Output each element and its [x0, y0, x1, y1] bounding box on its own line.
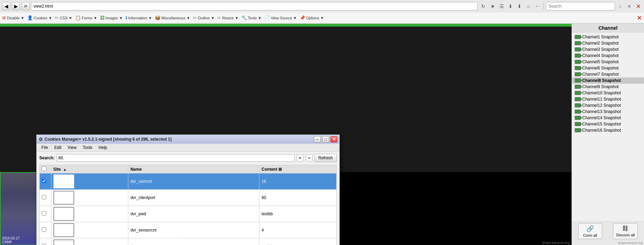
browser-icons: ★ ☰ ⬇ ⬇ ⌂ ←	[489, 2, 541, 10]
forms-button[interactable]: 📋 Forms ▼	[75, 15, 97, 20]
viewsource-button[interactable]: 📄 View Source ▼	[264, 15, 297, 20]
dialog-menu-view[interactable]: View	[65, 144, 79, 151]
refresh-button[interactable]: Refresh	[315, 154, 337, 162]
camera-cell-6[interactable]: CAM6 . 2016-02-17 18:29:38 Ueb	[143, 25, 286, 27]
search-input[interactable]	[57, 154, 295, 162]
table-row[interactable]: dvr_camcnt 16	[40, 173, 337, 190]
channel-item-13[interactable]: Channel13 Snapshot	[572, 109, 644, 115]
dialog-maximize-button[interactable]: □	[322, 136, 329, 142]
channel-label-6: Channel6 Snapshot	[582, 66, 618, 70]
cookie-table: Site ▲ Name Content ⊞ dvr_camcnt 16 dvr_…	[39, 165, 337, 245]
channel-item-5[interactable]: Channel5 Snapshot	[572, 59, 644, 65]
browser-right-icons: ↕ ≡ ✕	[616, 2, 642, 10]
dialog-close-button[interactable]: ✕	[330, 136, 337, 142]
camera-cell-5[interactable]: 2016-02-17 18:30:50 UebCAM5	[0, 25, 143, 27]
camera-cell-8[interactable]: CAM8 2016-02-17 18:29:34 Ueb	[429, 25, 572, 27]
forward-button[interactable]: ▶	[12, 2, 20, 10]
images-button[interactable]: 🖼 Images ▼	[100, 15, 123, 20]
channel-item-12[interactable]: Channel12 Snapshot	[572, 102, 644, 109]
search-minus-button[interactable]: −	[306, 154, 313, 161]
channel-item-14[interactable]: Channel14 Snapshot	[572, 115, 644, 121]
channel-item-4[interactable]: Channel4 Snapshot	[572, 53, 644, 59]
pocket-icon[interactable]: ⬇	[507, 2, 514, 10]
close-icon[interactable]: ✕	[634, 2, 642, 10]
dev-close-icon[interactable]: ✕	[637, 14, 642, 22]
dialog-minimize-button[interactable]: ─	[314, 136, 321, 142]
channel-item-2[interactable]: Channel2 Snapshot	[572, 40, 644, 46]
row-3-content: 4	[259, 222, 337, 238]
conn-all-button[interactable]: 🔗 Conn all	[578, 223, 602, 239]
css-button[interactable]: ✏ CSS ▼	[55, 15, 72, 20]
home-button[interactable]: ⟳	[21, 2, 30, 10]
channel-item-11[interactable]: Channel11 Snapshot	[572, 96, 644, 102]
bookmark-icon[interactable]: ★	[489, 2, 496, 10]
disable-button[interactable]: ⊘ Disable ▼	[2, 15, 24, 20]
browser-search-input[interactable]	[546, 2, 615, 10]
camera-cell-7[interactable]: CAM7 2016-02-17 18:31:27 Ueb...	[286, 25, 429, 27]
information-arrow: ▼	[148, 16, 152, 20]
download-icon[interactable]: ⬇	[516, 2, 523, 10]
row-1-site	[51, 190, 128, 206]
table-row[interactable]: dvr_sensorcnt 4	[40, 222, 337, 238]
row-0-checkbox[interactable]	[42, 179, 46, 183]
row-4-checkbox[interactable]	[42, 244, 46, 245]
reload-button[interactable]: ↻	[479, 2, 487, 10]
table-row[interactable]: dvr_pwd testbb	[40, 206, 337, 222]
channel-label-2: Channel2 Snapshot	[582, 41, 618, 46]
back-nav-icon[interactable]: ←	[534, 2, 541, 10]
reader-icon[interactable]: ☰	[498, 2, 505, 10]
tools-button[interactable]: 🔧 Tools ▼	[241, 15, 262, 20]
channel-item-8[interactable]: Channel8 Snapshot	[572, 77, 644, 84]
main-area: 2016-02-17 18:30:50 UebCAM5 CAM2 2016-02…	[0, 24, 644, 245]
dialog-menu-tools[interactable]: Tools	[80, 144, 95, 151]
outline-button[interactable]: ✏ Outline ▼	[193, 15, 215, 20]
select-all-checkbox[interactable]	[42, 166, 47, 171]
dialog-menu-file[interactable]: File	[39, 144, 51, 151]
information-button[interactable]: ℹ Information ▼	[126, 15, 152, 20]
cookies-button[interactable]: 👤 Cookies ▼	[27, 15, 52, 20]
col-site[interactable]: Site ▲	[51, 165, 128, 173]
miscellaneous-label: Miscellaneous	[161, 16, 186, 20]
dialog-menubar: File Edit View Tools Help	[37, 144, 339, 152]
table-row[interactable]: dvr_usr testbb	[40, 238, 337, 245]
search-clear-button[interactable]: ✕	[297, 154, 304, 161]
address-bar[interactable]	[31, 2, 478, 10]
channel-item-1[interactable]: Channel1 Snapshot	[572, 34, 644, 40]
channel-item-3[interactable]: Channel3 Snapshot	[572, 46, 644, 53]
row-1-checkbox-cell	[40, 190, 51, 206]
back-button[interactable]: ◀	[2, 2, 10, 10]
resize-button[interactable]: ✏ Resize ▼	[217, 15, 239, 20]
css-icon: ✏	[55, 15, 59, 20]
disable-arrow: ▼	[21, 16, 24, 20]
menu-icon[interactable]: ≡	[625, 2, 633, 10]
row-3-checkbox[interactable]	[42, 227, 46, 232]
channel-cam-icon-5	[575, 60, 581, 64]
sync-icon[interactable]: ↕	[616, 2, 624, 10]
options-button[interactable]: 📌 Options ▼	[300, 15, 324, 20]
dialog-menu-edit[interactable]: Edit	[51, 144, 64, 151]
options-icon: 📌	[300, 15, 305, 20]
channel-item-6[interactable]: Channel6 Snapshot	[572, 65, 644, 71]
col-name[interactable]: Name	[128, 165, 259, 173]
home-nav-icon[interactable]: ⌂	[525, 2, 532, 10]
disconn-all-button[interactable]: ⛓ Disconn all	[613, 223, 638, 239]
row-0-content: 16	[259, 173, 337, 190]
channel-cam-icon-2	[575, 41, 581, 45]
col-checkbox	[40, 165, 51, 173]
search-label: Search:	[39, 156, 55, 160]
channel-item-7[interactable]: Channel7 Snapshot	[572, 71, 644, 77]
cam9-timestamp: 2016-02-17CAM9	[2, 236, 20, 244]
channel-item-15[interactable]: Channel15 Snapshot	[572, 121, 644, 127]
col-content[interactable]: Content ⊞	[259, 165, 337, 173]
table-row[interactable]: dvr_clientport 80	[40, 190, 337, 206]
dialog-menu-help[interactable]: Help	[96, 144, 110, 151]
table-header-row: Site ▲ Name Content ⊞	[40, 165, 337, 173]
row-2-checkbox[interactable]	[42, 211, 46, 216]
channel-item-10[interactable]: Channel10 Snapshot	[572, 90, 644, 96]
camera-grid-wrapper: 2016-02-17 18:30:50 UebCAM5 CAM2 2016-02…	[0, 24, 572, 245]
miscellaneous-button[interactable]: 📦 Miscellaneous ▼	[155, 15, 190, 20]
channel-item-16[interactable]: Channel16 Snapshot	[572, 127, 644, 133]
row-1-checkbox[interactable]	[42, 195, 46, 199]
row-1-content: 80	[259, 190, 337, 206]
channel-item-9[interactable]: Channel9 Snapshot	[572, 84, 644, 90]
